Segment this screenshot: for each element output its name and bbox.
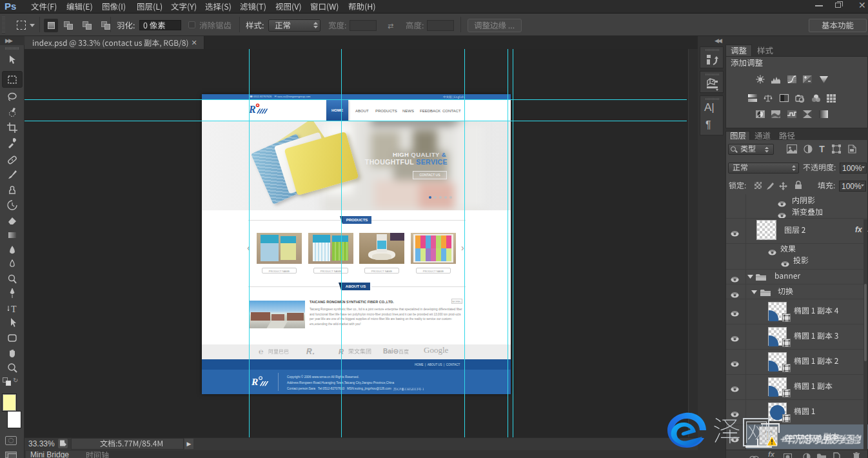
svg-text:T: T: [11, 304, 17, 314]
svg-text:R: R: [249, 104, 256, 115]
svg-text:R: R: [252, 376, 258, 387]
